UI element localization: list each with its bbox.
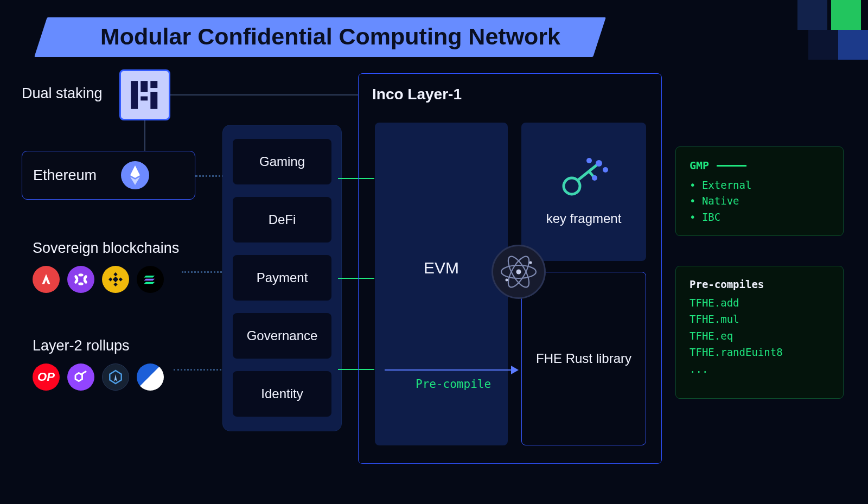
- connector: [170, 94, 358, 95]
- sovereign-label: Sovereign blockchains: [33, 240, 184, 257]
- app-governance: Governance: [233, 313, 331, 359]
- precompiles-panel: Pre-compiles TFHE.add TFHE.mul TFHE.eq T…: [675, 266, 844, 399]
- precompile-label: Pre-compile: [416, 378, 491, 391]
- inco-layer1-box: Inco Layer-1 EVM key fragment FHE Rust l…: [358, 73, 662, 464]
- avalanche-icon: [33, 266, 60, 293]
- rollups-label: Layer-2 rollups: [33, 337, 184, 354]
- svg-rect-1: [141, 81, 148, 92]
- connector-dotted: [174, 369, 228, 371]
- svg-rect-3: [141, 97, 148, 101]
- diagram-canvas: Modular Confidential Computing Network D…: [0, 0, 868, 504]
- precompiles-item: ...: [690, 361, 829, 377]
- inco-logo-icon: [128, 78, 162, 112]
- precompiles-item: TFHE.eq: [690, 328, 829, 344]
- sovereign-chain-row: [33, 266, 184, 293]
- dual-staking-label: Dual staking: [22, 85, 103, 102]
- arbitrum-icon: [102, 363, 129, 391]
- precompiles-item: TFHE.mul: [690, 311, 829, 327]
- svg-point-25: [529, 261, 532, 264]
- app-identity: Identity: [233, 371, 331, 417]
- svg-rect-4: [150, 92, 157, 109]
- ethereum-label: Ethereum: [33, 167, 97, 184]
- rollups-box: Layer-2 rollups OP: [22, 330, 195, 398]
- page-title: Modular Confidential Computing Network: [100, 23, 560, 50]
- fhe-rust-label: FHE Rust library: [536, 350, 631, 367]
- decor-square: [831, 0, 861, 30]
- svg-rect-0: [131, 81, 138, 109]
- bnb-icon: [102, 266, 129, 293]
- gmp-list: External Native IBC: [690, 177, 829, 225]
- decor-square: [838, 30, 868, 60]
- svg-point-20: [586, 158, 592, 163]
- key-fragment-label: key fragment: [546, 211, 622, 226]
- rollups-chain-row: OP: [33, 363, 184, 391]
- svg-point-19: [603, 167, 608, 173]
- gmp-item: IBC: [690, 209, 829, 225]
- svg-rect-15: [113, 277, 118, 282]
- connector-dotted: [182, 271, 228, 273]
- svg-point-18: [592, 175, 597, 181]
- precompiles-item: TFHE.add: [690, 295, 829, 311]
- polkadot-icon: [67, 266, 94, 293]
- sovereign-box: Sovereign blockchains: [22, 232, 195, 301]
- gmp-item: Native: [690, 193, 829, 209]
- precompiles-title: Pre-compiles: [690, 278, 829, 290]
- gmp-line-icon: [717, 165, 746, 167]
- svg-point-9: [74, 278, 79, 284]
- fhe-rust-box: FHE Rust library: [521, 272, 646, 445]
- key-fragment-box: key fragment: [521, 123, 646, 261]
- app-payment: Payment: [233, 255, 331, 301]
- svg-point-24: [516, 270, 521, 275]
- svg-rect-13: [108, 278, 112, 282]
- svg-rect-11: [114, 272, 118, 276]
- decor-square: [797, 0, 827, 30]
- solana-icon: [137, 266, 164, 293]
- gmp-panel: GMP External Native IBC: [675, 146, 844, 236]
- key-icon: [557, 158, 611, 201]
- svg-point-17: [596, 160, 602, 167]
- ethereum-box: Ethereum: [22, 151, 195, 200]
- ethereum-icon: [121, 161, 149, 189]
- svg-point-10: [83, 278, 88, 284]
- evm-label: EVM: [424, 259, 459, 277]
- precompiles-item: TFHE.randEuint8: [690, 344, 829, 360]
- inco-logo-box: [119, 69, 170, 120]
- gmp-item: External: [690, 177, 829, 193]
- connector: [144, 120, 145, 151]
- svg-point-6: [78, 282, 83, 285]
- svg-rect-14: [119, 278, 123, 282]
- gmp-title: GMP: [690, 159, 829, 172]
- cosmos-atom-icon: [492, 245, 546, 299]
- svg-rect-12: [114, 283, 118, 286]
- svg-point-5: [78, 273, 83, 276]
- app-defi: DeFi: [233, 197, 331, 243]
- decor-square: [808, 30, 838, 60]
- base-icon: [137, 363, 164, 391]
- inco-title: Inco Layer-1: [372, 86, 648, 103]
- optimism-icon: OP: [33, 363, 60, 391]
- polygon-icon: [67, 363, 94, 391]
- svg-rect-2: [150, 81, 157, 88]
- apps-column: Gaming DeFi Payment Governance Identity: [222, 125, 342, 431]
- app-gaming: Gaming: [233, 139, 331, 184]
- precompile-arrow: [385, 369, 518, 371]
- evm-box: EVM: [375, 123, 508, 445]
- svg-point-26: [506, 279, 508, 282]
